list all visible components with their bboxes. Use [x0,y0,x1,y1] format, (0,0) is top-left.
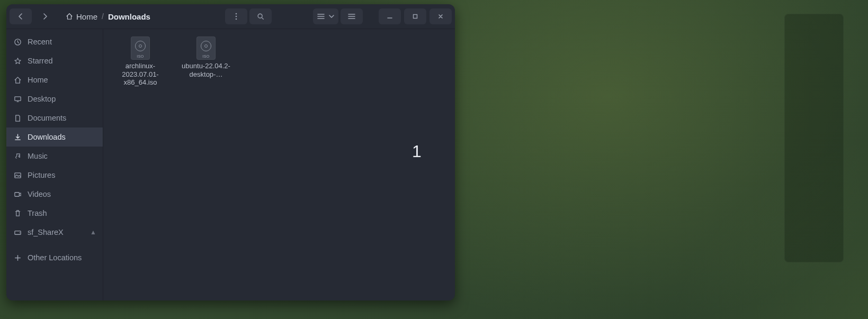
view-toggle-button[interactable] [313,8,338,24]
svg-point-2 [236,19,237,20]
home-icon [66,13,73,20]
sidebar-item-documents[interactable]: Documents [6,108,103,127]
desktop-background: Home / Downloads [0,0,868,319]
workspace-indicator-panel [784,14,844,262]
maximize-icon [412,13,418,20]
search-icon [257,13,264,20]
close-button[interactable] [429,8,452,24]
sidebar-item-desktop[interactable]: Desktop [6,89,103,108]
plus-icon [13,254,22,262]
star-icon [13,57,22,65]
svg-point-1 [236,16,237,17]
breadcrumb-current-label: Downloads [108,12,150,21]
download-icon [13,133,22,141]
hamburger-icon [348,13,355,20]
clock-icon [13,38,22,46]
file-item[interactable]: ubuntu-22.04.2-desktop-… [173,34,239,80]
sidebar-item-recent[interactable]: Recent [6,32,103,51]
sidebar-item-label: Trash [28,209,47,217]
sidebar: Recent Starred Home Desktop Documents [6,29,103,300]
sidebar-item-trash[interactable]: Trash [6,204,103,223]
overlay-number: 1 [412,142,422,161]
file-label: archlinux-2023.07.01-x86_64.iso [111,62,169,87]
file-grid[interactable]: archlinux-2023.07.01-x86_64.iso ubuntu-2… [103,29,455,300]
trash-icon [13,209,22,217]
svg-point-0 [236,13,237,15]
kebab-icon [235,13,237,20]
list-view-icon [315,13,327,20]
sidebar-item-label: Starred [28,57,53,65]
sidebar-item-home[interactable]: Home [6,70,103,89]
sidebar-item-label: sf_ShareX [28,228,64,236]
hamburger-menu-button[interactable] [341,8,363,24]
sidebar-item-label: Recent [28,38,52,46]
titlebar: Home / Downloads [6,4,455,29]
breadcrumb-home-label: Home [76,12,97,21]
file-manager-window: Home / Downloads [6,4,455,300]
close-icon [437,13,444,20]
nav-forward-button[interactable] [34,8,56,24]
sidebar-item-videos[interactable]: Videos [6,185,103,204]
sidebar-item-label: Home [28,76,48,84]
sidebar-item-other-locations[interactable]: Other Locations [6,248,103,267]
sidebar-item-pictures[interactable]: Pictures [6,166,103,185]
drive-icon [13,229,22,236]
maximize-button[interactable] [404,8,426,24]
document-icon [13,114,22,122]
sidebar-item-starred[interactable]: Starred [6,51,103,70]
chevron-right-icon [42,13,48,20]
nav-back-button[interactable] [10,8,32,24]
svg-point-10 [19,232,20,233]
sidebar-item-label: Music [28,152,48,160]
minimize-button[interactable] [379,8,401,24]
sidebar-item-label: Other Locations [28,253,82,262]
sidebar-item-label: Documents [28,114,66,122]
eject-icon[interactable]: ▲ [90,229,96,236]
iso-file-icon [196,37,216,60]
image-icon [13,171,22,179]
minimize-icon [387,13,393,20]
sidebar-item-label: Downloads [28,133,66,141]
svg-rect-7 [14,172,20,177]
breadcrumb: Home / Downloads [61,8,220,24]
svg-point-3 [258,14,262,18]
location-menu-button[interactable] [225,8,247,24]
sidebar-item-sharex[interactable]: sf_ShareX ▲ [6,223,103,242]
home-icon [13,76,22,84]
iso-file-icon [131,37,150,60]
sidebar-item-label: Videos [28,190,51,198]
svg-rect-8 [14,192,19,196]
sidebar-item-label: Desktop [28,95,56,103]
svg-rect-6 [14,96,20,101]
video-icon [13,190,22,198]
sidebar-item-label: Pictures [28,171,55,179]
chevron-down-icon [327,14,336,19]
desktop-icon [13,95,22,103]
sidebar-item-music[interactable]: Music [6,147,103,166]
breadcrumb-separator: / [102,12,104,21]
file-label: ubuntu-22.04.2-desktop-… [177,62,235,78]
file-item[interactable]: archlinux-2023.07.01-x86_64.iso [108,34,173,89]
chevron-left-icon [18,13,23,20]
svg-rect-4 [414,15,417,19]
breadcrumb-current[interactable]: Downloads [108,12,150,21]
breadcrumb-home[interactable]: Home [66,12,97,21]
sidebar-item-downloads[interactable]: Downloads [6,127,103,147]
music-icon [13,152,22,160]
search-button[interactable] [249,8,272,24]
